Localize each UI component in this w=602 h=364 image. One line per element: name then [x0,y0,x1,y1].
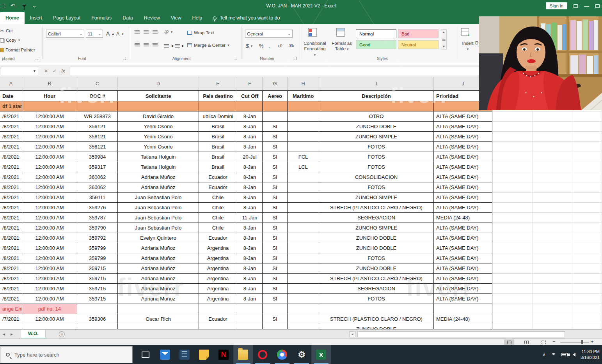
cell-C7[interactable]: 359317 [77,162,118,172]
cell-C10[interactable]: 359111 [77,193,118,203]
cell-F11[interactable]: 8-Jan [237,203,263,213]
grow-font-icon[interactable]: A▲ [106,30,114,37]
cell-K16[interactable] [492,253,533,263]
cell-E3[interactable]: Brasil [199,122,237,132]
cell-C8[interactable]: 360062 [77,172,118,182]
taskbar-icon-task-view[interactable] [136,345,155,364]
cell-H22[interactable] [288,314,319,324]
cell-D18[interactable]: Adriana Muñoz [118,274,199,284]
cell-G22[interactable]: SI [263,314,288,324]
alignment-dialog-launcher[interactable] [234,57,237,60]
enter-icon[interactable]: ✓ [50,68,59,74]
align-center-icon[interactable] [144,43,149,46]
cell-D9[interactable]: Adriana Muñoz [118,182,199,193]
cell-C3[interactable]: 356121 [77,122,118,132]
cell-A6[interactable]: /8/2021 [0,152,22,162]
cell-A7[interactable]: /8/2021 [0,162,22,172]
cell-A2[interactable]: /8/2021 [0,111,22,122]
insert-cells-label[interactable]: Insert▾ [459,41,477,52]
align-left-icon[interactable] [135,43,140,46]
cell-L11[interactable] [533,203,572,213]
cell-F6[interactable]: 20-Jul [237,152,263,162]
comma-style-icon[interactable]: , [268,43,270,49]
cell-D5[interactable]: Yenni Osorio [118,142,199,152]
cell-B2[interactable]: 12:00:00 AM [22,111,77,122]
cell-L10[interactable] [533,193,572,203]
cell-E15[interactable]: Argentina [199,243,237,253]
cell-D19[interactable]: Adriana Muñoz [118,284,199,294]
cell-M9[interactable] [572,182,602,193]
cell-C6[interactable]: 359984 [77,152,118,162]
cell-H8[interactable] [288,172,319,182]
normal-view-button[interactable] [504,339,514,345]
cell-D3[interactable]: Yenni Osorio [118,122,199,132]
cell-A16[interactable]: /8/2021 [0,253,22,263]
clock[interactable]: 11:30 PM 3/16/2021 [581,349,600,360]
header-cell-hour[interactable]: Hour [22,90,77,101]
cell-G9[interactable]: SI [263,182,288,193]
cell-M5[interactable] [572,142,602,152]
cut-button[interactable]: ✂Cut [0,28,13,34]
header-cell-cut-off[interactable]: Cut Off [237,90,263,101]
cell-K18[interactable] [492,274,533,284]
cell-M4[interactable] [572,132,602,142]
cell-M13[interactable] [572,223,602,233]
format-painter-button[interactable]: Format Painter [0,48,35,52]
cell-G4[interactable]: SI [263,132,288,142]
cell-I10[interactable]: ZUNCHO SIMPLE [319,193,434,203]
cell-H17[interactable] [288,263,319,274]
clipboard-dialog-launcher[interactable] [35,57,38,60]
header-cell-doc-[interactable]: DOC # [77,90,118,101]
header-cell-aereo[interactable]: Aereo [263,90,288,101]
cell-B6[interactable]: 12:00:00 AM [22,152,77,162]
cell-M8[interactable] [572,172,602,182]
cell-J18[interactable]: ALTA (SAME DAY) [434,274,492,284]
cell-M7[interactable] [572,162,602,172]
cell-E1[interactable] [199,101,237,111]
cell-M22[interactable] [572,314,602,324]
cell-B22[interactable]: 12:00:00 AM [22,314,77,324]
cell-M20[interactable] [572,294,602,304]
cell-D22[interactable]: Oscar Rich [118,314,199,324]
cell-K20[interactable] [492,294,533,304]
font-name-combo[interactable]: Calibri⌄ [46,30,84,38]
cell-F13[interactable]: 8-Jan [237,223,263,233]
cell-E19[interactable]: Argentina [199,284,237,294]
column-header-H[interactable]: H [288,77,319,90]
cell-J14[interactable]: ALTA (SAME DAY) [434,233,492,243]
cell-A1[interactable]: df 1 start [0,101,22,111]
cell-C12[interactable]: 359787 [77,213,118,223]
cell-L2[interactable] [533,111,572,122]
cell-E17[interactable]: Argentina [199,263,237,274]
zoom-slider-track[interactable] [560,342,589,343]
cell-B16[interactable]: 12:00:00 AM [22,253,77,263]
copy-button[interactable]: Copy ▾ [0,38,20,42]
cell-B12[interactable]: 12:00:00 AM [22,213,77,223]
cell-A21[interactable]: ange Entry [0,304,22,314]
align-top-icon[interactable] [135,30,140,34]
cell-I1[interactable] [319,101,434,111]
cell-B3[interactable]: 12:00:00 AM [22,122,77,132]
cell-A5[interactable]: /8/2021 [0,142,22,152]
cell-D16[interactable]: Adriana Muñoz [118,253,199,263]
cell-I16[interactable]: FOTOS [319,253,434,263]
align-middle-icon[interactable] [144,30,149,34]
decrease-decimal-icon[interactable]: .00› [288,44,294,48]
increase-decimal-icon[interactable]: ‹.0 [278,44,282,48]
taskbar-icon-calculator[interactable] [175,345,194,364]
cell-K22[interactable] [492,314,533,324]
cell-K14[interactable] [492,233,533,243]
cell-L13[interactable] [533,223,572,233]
cell-C2[interactable]: WR 358873 [77,111,118,122]
cell-F22[interactable] [237,314,263,324]
cell-L3[interactable] [533,122,572,132]
cell-I3[interactable]: ZUNCHO DOBLE [319,122,434,132]
cell-L15[interactable] [533,243,572,253]
cell-I23[interactable]: ZUNCHO DOBLE [319,324,434,329]
cell-L9[interactable] [533,182,572,193]
cell-E21[interactable] [199,304,237,314]
minimize-icon[interactable]: — [584,3,589,9]
cell-H9[interactable] [288,182,319,193]
cell-K5[interactable] [492,142,533,152]
cell-M15[interactable] [572,243,602,253]
